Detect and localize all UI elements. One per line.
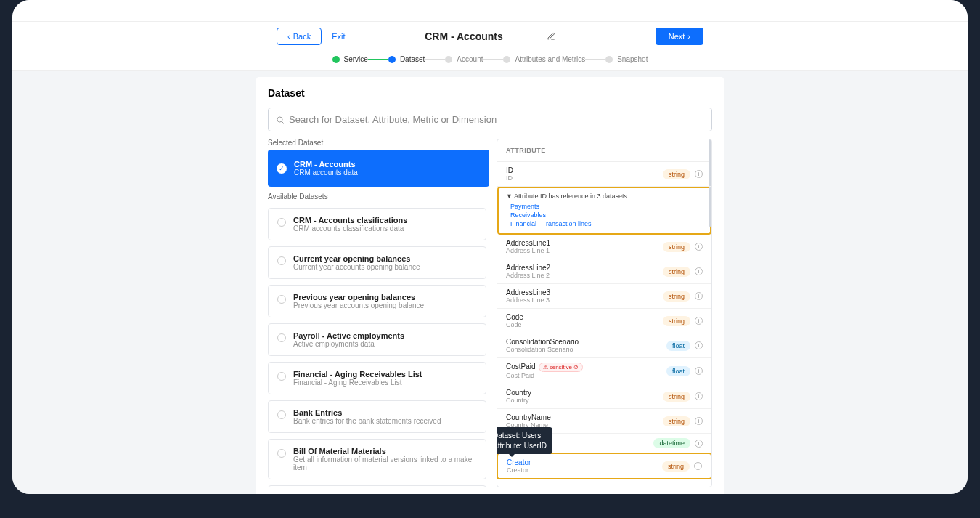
attribute-row[interactable]: AddressLine1Address Line 1stringi (497, 235, 711, 259)
step-attributes-and-metrics[interactable]: Attributes and Metrics (503, 55, 585, 63)
type-badge: datetime (653, 438, 690, 448)
type-badge: string (663, 416, 690, 426)
edit-icon[interactable] (547, 32, 555, 41)
search-icon (276, 116, 285, 124)
step-connector (368, 59, 388, 60)
back-label: Back (293, 32, 311, 41)
attribute-sub: Creator (507, 466, 662, 474)
reference-title: ▼ Attribute ID has reference in 3 datase… (506, 193, 703, 200)
attribute-name: CountryName (506, 413, 663, 421)
radio-icon (277, 295, 286, 304)
reference-link[interactable]: Receivables (510, 211, 703, 219)
page-title: CRM - Accounts (425, 31, 503, 42)
attribute-row[interactable]: Dataset: UsersAttribute: UserIDCreatorCr… (497, 453, 711, 479)
attribute-row[interactable]: CreatorFullNameCreator Full Namestringi (497, 479, 711, 482)
info-icon[interactable]: i (695, 292, 703, 300)
stepper: ServiceDatasetAccountAttributes and Metr… (12, 51, 968, 71)
step-service[interactable]: Service (332, 55, 368, 63)
info-icon[interactable]: i (695, 367, 703, 375)
info-icon[interactable]: i (695, 417, 703, 425)
attribute-name: AddressLine1 (506, 239, 663, 247)
exit-button[interactable]: Exit (322, 28, 355, 44)
selected-dataset-card[interactable]: ✓ CRM - Accounts CRM accounts data (268, 150, 489, 187)
dataset-name: Bill Of Material Materials (293, 447, 477, 456)
dataset-item[interactable]: Payroll - Active employmentsActive emplo… (268, 323, 486, 356)
attribute-name: Creator (507, 458, 662, 466)
dataset-name: Previous year opening balances (293, 293, 424, 302)
dataset-name: Payroll - Active employments (293, 331, 404, 340)
next-button[interactable]: Next › (656, 28, 703, 45)
step-label: Dataset (400, 55, 425, 63)
selected-dataset-desc: CRM accounts data (294, 169, 358, 177)
svg-point-0 (277, 117, 282, 122)
attribute-sub: Cost Paid (506, 372, 666, 379)
attribute-name: AddressLine2 (506, 264, 663, 272)
attribute-sub: Code (506, 321, 663, 328)
radio-icon (277, 218, 286, 227)
dataset-item[interactable]: Current year opening balancesCurrent yea… (268, 246, 486, 279)
available-label: Available Datasets (268, 193, 489, 201)
dataset-name: Bank Entries (293, 408, 441, 417)
attribute-sub: Country (506, 397, 663, 404)
dataset-desc: Get all information of material versions… (293, 456, 477, 472)
dataset-item[interactable]: Bill Of Material MaterialsGet all inform… (268, 439, 486, 479)
attribute-row[interactable]: AddressLine2Address Line 2stringi (497, 259, 711, 284)
dataset-desc: Current year accounts opening balance (293, 263, 420, 271)
step-connector (425, 59, 445, 60)
info-icon[interactable]: i (695, 392, 703, 400)
step-label: Account (457, 55, 483, 63)
info-icon[interactable]: i (695, 317, 703, 325)
type-badge: string (663, 242, 690, 252)
dataset-name: Current year opening balances (293, 254, 420, 263)
attribute-sub: Address Line 2 (506, 272, 663, 279)
type-badge: string (663, 169, 690, 179)
dataset-item[interactable]: Bank EntriesBank entries for the bank st… (268, 400, 486, 433)
attribute-row[interactable]: ConsolidationScenarioConsolidation Scena… (497, 333, 711, 358)
radio-icon (277, 410, 286, 419)
info-icon[interactable]: i (695, 170, 703, 178)
attribute-name: Country (506, 389, 663, 397)
chevron-left-icon: ‹ (287, 32, 290, 41)
dataset-desc: CRM accounts classifications data (293, 224, 407, 232)
attribute-row[interactable]: IDIDstringi (497, 162, 711, 187)
info-icon[interactable]: i (695, 440, 703, 448)
step-dot (605, 56, 613, 63)
reference-link[interactable]: Payments (510, 203, 703, 210)
reference-link[interactable]: Financial - Transaction lines (510, 220, 703, 227)
search-input[interactable]: Search for Dataset, Attribute, Metric or… (268, 108, 712, 131)
radio-icon (277, 372, 286, 381)
next-label: Next (669, 32, 685, 41)
info-icon[interactable]: i (695, 267, 703, 275)
back-button[interactable]: ‹ Back (277, 28, 322, 45)
dataset-item[interactable]: CRM - Accounts clasificationsCRM account… (268, 208, 486, 240)
attribute-sub: Address Line 3 (506, 296, 663, 304)
tooltip: Dataset: UsersAttribute: UserID (497, 427, 552, 454)
step-snapshot[interactable]: Snapshot (605, 55, 648, 63)
attribute-name: Code (506, 313, 663, 321)
attribute-sub: Address Line 1 (506, 247, 663, 254)
step-dataset[interactable]: Dataset (388, 55, 425, 63)
info-icon[interactable]: i (695, 243, 703, 251)
attribute-name: ConsolidationScenario (506, 338, 666, 346)
attribute-row[interactable]: CodeCodestringi (497, 309, 711, 333)
attribute-row[interactable]: CostPaid⚠ sensitive ⊘Cost Paidfloati (497, 358, 711, 384)
dataset-item[interactable]: Financial - Aging Receivables ListFinanc… (268, 362, 486, 394)
attribute-name: ID (506, 166, 663, 174)
type-badge: float (666, 366, 690, 376)
info-icon[interactable]: i (694, 462, 702, 470)
info-icon[interactable]: i (695, 341, 703, 349)
attribute-row[interactable]: CountryCountrystringi (497, 384, 711, 409)
step-label: Attributes and Metrics (515, 55, 585, 63)
dataset-item[interactable]: Previous year opening balancesPrevious y… (268, 285, 486, 317)
step-connector (585, 59, 605, 60)
step-account[interactable]: Account (445, 55, 483, 63)
dataset-name: CRM - Accounts clasifications (293, 216, 407, 224)
type-badge: float (666, 341, 690, 351)
step-dot (332, 56, 340, 63)
dataset-desc: Bank entries for the bank statements rec… (293, 417, 441, 425)
attribute-row[interactable]: AddressLine3Address Line 3stringi (497, 284, 711, 309)
step-dot (388, 56, 396, 63)
dataset-desc: Previous year accounts opening balance (293, 302, 424, 309)
type-badge: string (663, 316, 690, 326)
dataset-item[interactable]: BudgetsGet all the budgets that you have… (268, 485, 486, 487)
